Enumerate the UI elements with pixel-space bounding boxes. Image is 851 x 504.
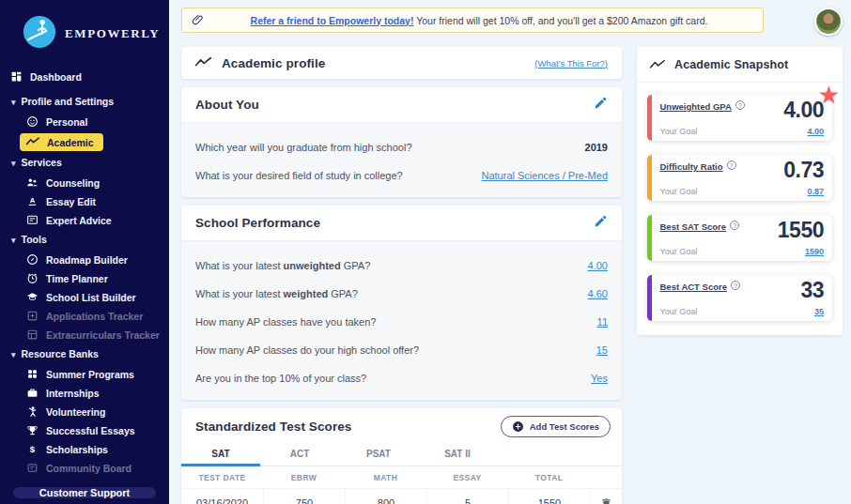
sidebar-item-applications-tracker: Applications Tracker	[0, 307, 169, 326]
plus-circle-icon	[512, 420, 524, 433]
school-performance-row: What is your latest unweighted GPA? 4.00	[181, 252, 622, 280]
empowerly-logo-icon	[23, 15, 56, 53]
metric-best-sat: Best SAT Score 1550 Your Goal 1590	[647, 215, 832, 261]
sidebar-item-school-list-builder[interactable]: School List Builder	[0, 288, 169, 307]
customer-support-button[interactable]: Customer Support	[13, 487, 156, 498]
referral-banner: Refer a friend to Empowerly today! Your …	[181, 8, 764, 33]
sidebar-item-extracurriculars-tracker: Extracurriculars Tracker	[0, 326, 169, 344]
metric-label[interactable]: Unweighted GPA	[660, 101, 732, 112]
sidebar-item-successful-essays[interactable]: Successful Essays	[0, 421, 169, 440]
sidebar-nav: Dashboard Profile and Settings Personal …	[0, 68, 169, 478]
sidebar-item-scholarships[interactable]: $ Scholarships	[0, 440, 169, 459]
test-date-cell: 03/16/2020	[181, 489, 263, 504]
clock-icon	[26, 272, 39, 286]
goal-link[interactable]: 35	[814, 307, 824, 316]
plus-square-icon	[26, 310, 39, 324]
sidebar-item-time-planner[interactable]: Time Planner	[0, 269, 169, 288]
help-icon[interactable]	[727, 160, 736, 170]
tab-sat2[interactable]: SAT II	[418, 444, 497, 466]
chevron-down-icon	[11, 234, 16, 245]
help-icon[interactable]	[731, 281, 740, 290]
metric-difficulty-ratio: Difficulty Ratio 0.73 Your Goal 0.87	[647, 155, 832, 201]
expert-advice-icon	[26, 214, 39, 228]
dashboard-icon	[10, 70, 23, 84]
edit-about-you-icon[interactable]	[594, 96, 608, 114]
chart-line-icon	[650, 56, 665, 73]
sidebar-item-personal[interactable]: Personal	[0, 113, 169, 131]
metric-label[interactable]: Best ACT Score	[660, 282, 727, 292]
sidebar-item-counseling[interactable]: Counseling	[0, 174, 169, 192]
academic-profile-column: Academic profile (What's This For?) Abou…	[181, 47, 622, 504]
sidebar-item-essay-edit[interactable]: A Essay Edit	[0, 192, 169, 211]
field-of-study-link[interactable]: Natural Sciences / Pre-Med	[482, 170, 609, 181]
personal-icon	[26, 115, 39, 130]
school-performance-card: School Performance What is your latest u…	[181, 206, 622, 400]
weighted-gpa-link[interactable]: 4.60	[588, 288, 608, 299]
person-flag-icon	[26, 405, 39, 420]
metric-label[interactable]: Best SAT Score	[660, 221, 727, 232]
sidebar-item-expert-advice[interactable]: Expert Advice	[0, 211, 169, 230]
sidebar-section-tools[interactable]: Tools	[0, 230, 169, 249]
svg-text:A: A	[30, 196, 36, 205]
sidebar: EMPOWERLY Dashboard Profile and Settings…	[0, 0, 169, 504]
metric-label[interactable]: Difficulty Ratio	[660, 161, 723, 172]
metric-value: 1550	[778, 221, 824, 240]
whats-this-for-link[interactable]: (What's This For?)	[534, 58, 608, 69]
sidebar-section-services[interactable]: Services	[0, 153, 169, 172]
sidebar-item-roadmap-builder[interactable]: Roadmap Builder	[0, 251, 169, 269]
edit-school-performance-icon[interactable]	[594, 214, 608, 232]
about-you-title: About You	[195, 98, 594, 112]
paperclip-icon	[192, 12, 205, 31]
user-avatar[interactable]	[814, 8, 843, 36]
brand-logo: EMPOWERLY	[0, 0, 169, 68]
grid-square-icon	[26, 328, 39, 343]
sidebar-item-summer-programs[interactable]: Summer Programs	[0, 365, 169, 384]
tiles-icon	[26, 368, 39, 382]
help-icon[interactable]	[735, 100, 745, 110]
unweighted-gpa-link[interactable]: 4.00	[588, 260, 608, 271]
goal-link[interactable]: 0.87	[807, 187, 824, 196]
sidebar-item-volunteering[interactable]: Volunteering	[0, 403, 169, 421]
counseling-icon	[26, 176, 39, 191]
add-test-scores-button[interactable]: Add Test Scores	[501, 416, 611, 437]
test-scores-title: Standardized Test Scores	[195, 420, 501, 434]
chevron-down-icon	[11, 96, 16, 107]
chevron-down-icon	[11, 157, 16, 168]
about-you-card: About You Which year will you graduate f…	[181, 87, 622, 197]
referral-link[interactable]: Refer a friend to Empowerly today!	[251, 15, 414, 26]
delete-score-icon[interactable]	[590, 489, 622, 504]
academic-chart-icon	[26, 136, 39, 148]
sidebar-section-resource-banks[interactable]: Resource Banks	[0, 344, 169, 363]
ebrw-cell: 750	[263, 489, 345, 504]
sidebar-item-academic[interactable]: Academic	[0, 131, 169, 153]
metric-value: 0.73	[783, 161, 824, 180]
top-bar: Refer a friend to Empowerly today! Your …	[181, 8, 843, 36]
school-performance-row: How many AP classes do your high school …	[181, 336, 622, 364]
test-type-tabs: SAT ACT PSAT SAT II	[181, 444, 622, 466]
essay-cell: 5	[426, 489, 508, 504]
sidebar-item-internships[interactable]: Internships	[0, 384, 169, 403]
chart-line-icon	[195, 54, 211, 71]
sidebar-item-dashboard[interactable]: Dashboard	[0, 68, 169, 86]
math-cell: 800	[345, 489, 426, 504]
sidebar-section-profile-settings[interactable]: Profile and Settings	[0, 92, 169, 111]
dollar-icon: $	[26, 443, 39, 457]
help-icon[interactable]	[730, 221, 739, 230]
briefcase-icon	[26, 387, 39, 401]
school-performance-row: Are you in the top 10% of your class? Ye…	[181, 364, 622, 392]
goal-link[interactable]: 4.00	[807, 127, 824, 136]
test-scores-card: Standardized Test Scores Add Test Scores…	[181, 408, 622, 504]
tab-sat[interactable]: SAT	[181, 444, 260, 466]
referral-text: Refer a friend to Empowerly today! Your …	[205, 15, 753, 26]
school-performance-title: School Performance	[195, 216, 594, 230]
tab-psat[interactable]: PSAT	[339, 444, 418, 466]
top-ten-percent-link[interactable]: Yes	[591, 373, 608, 384]
goal-link[interactable]: 1590	[805, 247, 824, 256]
tab-act[interactable]: ACT	[260, 444, 339, 466]
ap-offered-link[interactable]: 15	[596, 344, 608, 356]
ap-taken-link[interactable]: 11	[597, 316, 608, 328]
metric-unweighted-gpa: Unweighted GPA 4.00 Your Goal 4.00 ★	[647, 95, 832, 141]
star-icon: ★	[818, 83, 840, 107]
svg-text:$: $	[30, 443, 36, 453]
grad-cap-icon	[26, 291, 39, 305]
